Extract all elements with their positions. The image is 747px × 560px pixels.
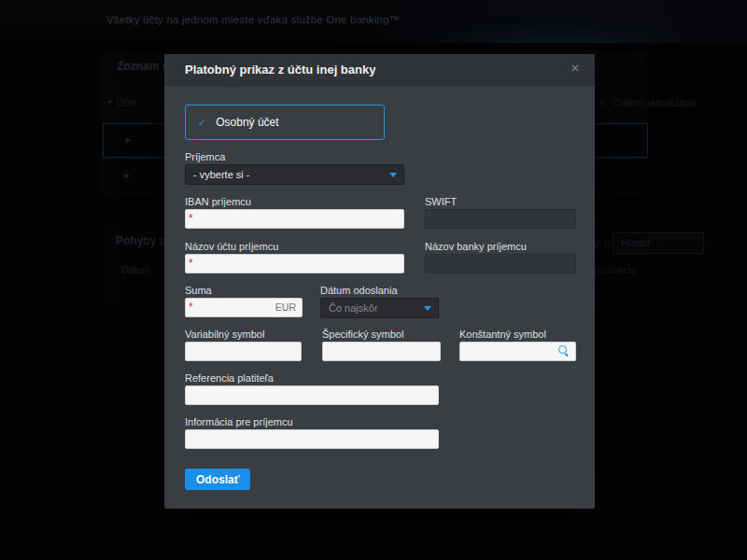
variable-symbol-input[interactable] [185,342,302,361]
bank-name-input [425,254,576,273]
personal-account-checkbox[interactable]: ✓ Osobný účet [185,105,385,140]
recipient-info-label: Informácia pre príjemcu [185,416,293,427]
search-icon[interactable] [558,345,570,357]
swift-input [425,209,576,229]
recipient-info-field-wrap [185,429,439,449]
payer-reference-label: Referencia platiteľa [185,372,274,384]
iban-input[interactable] [185,209,404,229]
modal-title: Platobný príkaz z účtu inej banky [185,54,375,86]
payer-reference-input[interactable] [185,385,439,405]
account-name-field-wrap: * [185,254,404,273]
send-date-select[interactable]: Čo najskôr [320,298,439,318]
account-name-input[interactable] [185,254,404,273]
recipient-label: Príjemca [185,151,225,162]
chevron-down-icon [424,306,431,311]
personal-account-label: Osobný účet [216,116,278,129]
bank-name-label: Názov banky príjemcu [425,241,527,252]
close-icon[interactable]: × [568,61,583,76]
recipient-info-input[interactable] [185,429,439,449]
iban-field-wrap: * [185,209,404,229]
iban-label: IBAN príjemcu [185,196,251,207]
recipient-select[interactable]: - vyberte si - [185,164,404,185]
swift-label: SWIFT [425,196,457,207]
constant-symbol-field-wrap [459,342,576,361]
modal-header: Platobný príkaz z účtu inej banky × [164,54,595,86]
amount-input[interactable] [185,298,303,317]
variable-symbol-label: Variabilný symbol [185,329,264,340]
send-date-select-value: Čo najskôr [329,299,378,317]
send-date-label: Dátum odoslania [320,285,398,296]
amount-field-wrap: * EUR [185,298,303,317]
checkmark-icon: ✓ [198,117,206,129]
submit-button[interactable]: Odoslať [185,469,250,490]
specific-symbol-input[interactable] [322,342,441,361]
account-name-label: Názov účtu príjemcu [185,241,278,252]
specific-symbol-field-wrap [322,342,441,361]
constant-symbol-label: Konštantný symbol [459,329,546,340]
recipient-select-value: - vyberte si - [193,165,250,184]
payment-order-modal: Platobný príkaz z účtu inej banky × ✓ Os… [164,54,595,509]
amount-label: Suma [185,285,212,296]
payer-reference-field-wrap [185,385,439,405]
variable-symbol-field-wrap [185,342,302,361]
specific-symbol-label: Špecifický symbol [322,329,403,340]
banking-app-screen: Všetky účty na jednom mieste vďaka služb… [0,0,747,560]
chevron-down-icon [389,173,397,177]
